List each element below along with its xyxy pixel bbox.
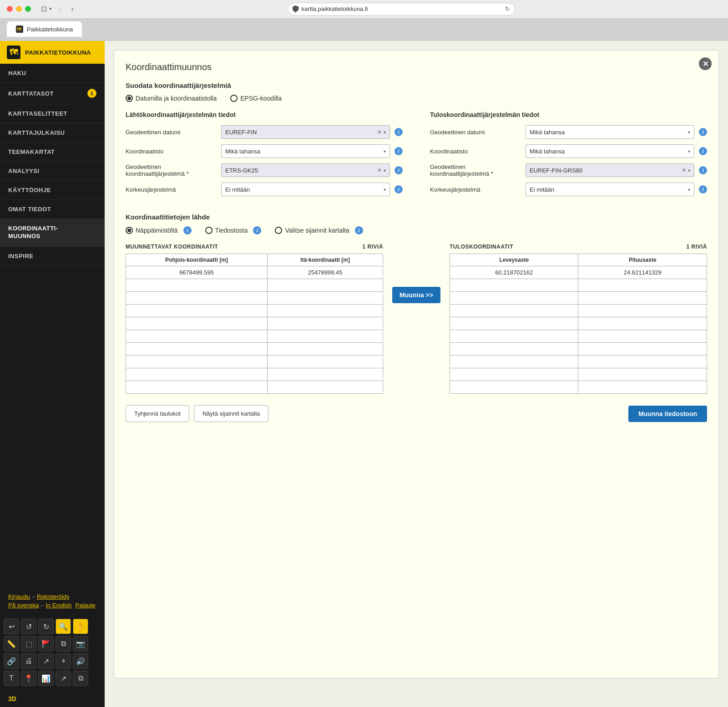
reload-icon[interactable]: ↻: [505, 5, 510, 12]
source-koordinaatisto-label: Koordinaatisto: [126, 148, 217, 155]
rekisteroidy-link[interactable]: Rekisteröidy: [37, 593, 70, 600]
source-datumi-info[interactable]: i: [394, 128, 403, 136]
tool-layers[interactable]: ⧉: [73, 671, 88, 686]
source-datumi-select[interactable]: EUREF-FIN ✕ ▾: [221, 125, 390, 139]
muunna-button[interactable]: Muunna >>: [392, 287, 440, 303]
source-table-row-empty[interactable]: [126, 279, 383, 292]
sidebar-item-karttatasot[interactable]: KARTTATASOT 1: [0, 83, 105, 104]
target-datumi-select[interactable]: Mikä tahansa ▾: [526, 125, 694, 139]
panel: ✕ Koordinaattimuunnos Suodata koordinaat…: [114, 50, 719, 678]
sidebar-item-kayttoohjee[interactable]: KÄYTTÖOHJE: [0, 181, 105, 200]
target-geo-info[interactable]: i: [699, 166, 707, 174]
panel-close-button[interactable]: ✕: [699, 57, 712, 70]
karttatasot-badge: 1: [87, 89, 96, 98]
forward-button[interactable]: ›: [69, 3, 76, 15]
radio-valitse[interactable]: Valitse sijainnit kartalta i: [275, 226, 363, 234]
sidebar-item-teemakartat[interactable]: TEEMAKARTAT: [0, 142, 105, 162]
back-button[interactable]: ‹: [57, 3, 64, 15]
muunna-tiedostoon-button[interactable]: Muunna tiedostoon: [628, 406, 707, 422]
maximize-button[interactable]: [25, 6, 31, 12]
source-korkeus-select[interactable]: Ei mitään ▾: [221, 183, 390, 196]
source-table-row-empty[interactable]: [126, 330, 383, 343]
close-button[interactable]: [7, 6, 13, 12]
source-koordinaatisto-select[interactable]: Mikä tahansa ▾: [221, 144, 390, 158]
tool-arrow[interactable]: ↗: [38, 653, 54, 669]
source-datumi-clear[interactable]: ✕: [377, 129, 382, 135]
sidebar-3d[interactable]: 3D: [0, 691, 105, 707]
source-table-row-empty[interactable]: [126, 305, 383, 317]
target-korkeus-info[interactable]: i: [699, 185, 707, 193]
tool-redo[interactable]: ↻: [38, 619, 54, 634]
radio-nappaimistolta[interactable]: Näppäimistöltä i: [126, 226, 192, 234]
target-geo-select[interactable]: EUREF-FIN-GRS80 ✕ ▾: [526, 163, 694, 177]
radio-valitse-label: Valitse sijainnit kartalta: [285, 227, 349, 234]
tool-link[interactable]: 🔗: [4, 653, 19, 669]
minimize-button[interactable]: [16, 6, 22, 12]
target-geo-select-wrapper: EUREF-FIN-GRS80 ✕ ▾: [526, 163, 694, 177]
target-geo-clear[interactable]: ✕: [682, 167, 686, 173]
source-table-row-empty[interactable]: [126, 292, 383, 305]
source-geo-clear[interactable]: ✕: [377, 167, 382, 173]
sidebar-item-karttaselitteet[interactable]: KARTTASELITTEET: [0, 104, 105, 123]
target-table-row-empty: [450, 292, 707, 305]
kirjaudu-link[interactable]: Kirjaudu: [8, 593, 30, 600]
radio-epsg[interactable]: EPSG-koodilla: [230, 95, 282, 102]
pa-svenska-link[interactable]: På svenska: [8, 602, 39, 609]
sidebar-item-omat-tiedot[interactable]: OMAT TIEDOT: [0, 200, 105, 219]
nappaimistolta-info[interactable]: i: [183, 226, 192, 234]
source-table-row-empty[interactable]: [126, 368, 383, 381]
source-geo-label: Geodeettinenkoordinaattijärjestelmä *: [126, 163, 217, 177]
sidebar-item-karttajulkaisu[interactable]: KARTTAJULKAISU: [0, 123, 105, 142]
target-koordinaatisto-info[interactable]: i: [699, 147, 707, 155]
tool-text[interactable]: T: [4, 671, 19, 686]
browser-tab[interactable]: 🗺 Paikkatietoikkuna: [7, 21, 82, 37]
tool-sound[interactable]: 🔊: [73, 653, 88, 669]
chevron-down-icon[interactable]: ▾: [49, 6, 52, 12]
source-table-row[interactable]: 6678499.59525478999.45: [126, 266, 383, 279]
tool-search[interactable]: 🔍: [56, 619, 71, 634]
tool-flag[interactable]: 🚩: [38, 636, 54, 651]
source-korkeus-info[interactable]: i: [394, 185, 403, 193]
source-geo-value: ETRS-GK25: [225, 167, 258, 174]
tool-select-box[interactable]: ⬚: [21, 636, 36, 651]
address-bar[interactable]: kartta.paikkatietoikkuna.fi ↻: [288, 3, 515, 15]
sidebar-item-koordinaattimuunnos[interactable]: KOORDINAATTI-MUUNNOS: [0, 219, 105, 247]
tool-undo[interactable]: ↺: [21, 619, 36, 634]
target-korkeus-select[interactable]: Ei mitään ▾: [526, 183, 694, 196]
source-table-row-empty[interactable]: [126, 343, 383, 356]
tool-print[interactable]: 🖨: [21, 653, 36, 669]
sidebar-item-inspire[interactable]: INSPIRE: [0, 247, 105, 266]
nayta-button[interactable]: Näytä sijainnit kartalla: [194, 405, 268, 422]
target-datumi-value: Mikä tahansa: [530, 129, 565, 136]
source-table-row-empty[interactable]: [126, 356, 383, 368]
sidebar-item-haku[interactable]: HAKU: [0, 64, 105, 83]
tiedostosta-info[interactable]: i: [253, 226, 261, 234]
tool-ruler[interactable]: 📏: [4, 636, 19, 651]
palaute-link[interactable]: Palaute: [76, 602, 96, 609]
source-datumi-select-wrapper: EUREF-FIN ✕ ▾: [221, 125, 390, 139]
source-geo-info[interactable]: i: [394, 166, 403, 174]
tyhjenna-button[interactable]: Tyhjennä taulukot: [126, 405, 189, 422]
source-koordinaatisto-info[interactable]: i: [394, 147, 403, 155]
tab-bar: 🗺 Paikkatietoikkuna: [0, 18, 728, 41]
radio-tiedostosta[interactable]: Tiedostosta i: [205, 226, 262, 234]
tool-pan[interactable]: ✋: [73, 619, 88, 634]
target-table-label: TULOSKOORDINAATIT: [450, 244, 513, 250]
tool-back[interactable]: ↩: [4, 619, 19, 634]
radio-datumilla[interactable]: Datumilla ja koordinaatistolla: [126, 95, 217, 102]
target-koordinaatisto-select[interactable]: Mikä tahansa ▾: [526, 144, 694, 158]
valitse-info[interactable]: i: [355, 226, 363, 234]
tool-share[interactable]: ↗: [56, 671, 71, 686]
source-geo-select[interactable]: ETRS-GK25 ✕ ▾: [221, 163, 390, 177]
tool-crop[interactable]: ⧉: [56, 636, 71, 651]
tool-graph[interactable]: 📊: [38, 671, 54, 686]
sidebar-toggle-icon[interactable]: ⊡: [41, 5, 47, 13]
in-english-link[interactable]: In English: [46, 602, 71, 609]
sidebar-item-analyysi[interactable]: ANALYYSI: [0, 162, 105, 181]
source-table-row-empty[interactable]: [126, 381, 383, 394]
tool-cursor[interactable]: ⌖: [56, 653, 71, 669]
tool-camera[interactable]: 📷: [73, 636, 88, 651]
source-table-row-empty[interactable]: [126, 317, 383, 330]
target-datumi-info[interactable]: i: [699, 128, 707, 136]
tool-pin[interactable]: 📍: [21, 671, 36, 686]
